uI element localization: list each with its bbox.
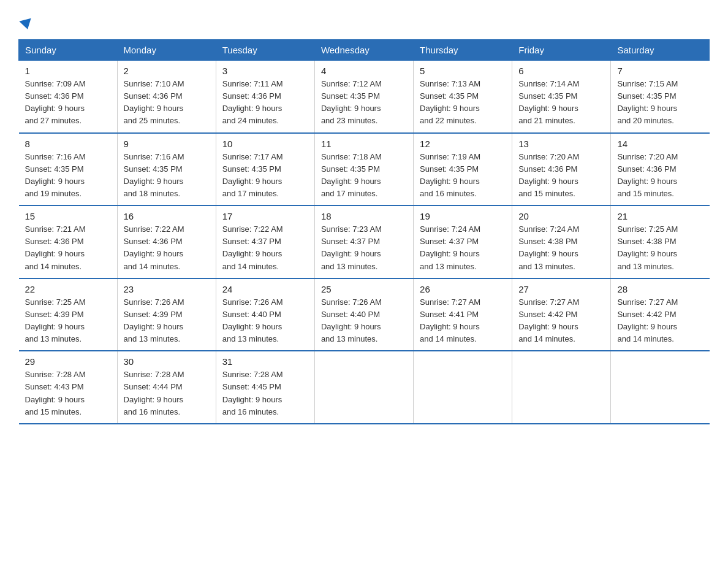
day-cell: 11 Sunrise: 7:18 AMSunset: 4:35 PMDaylig… [314, 133, 413, 206]
day-cell [611, 351, 710, 424]
logo [18, 12, 32, 29]
day-info: Sunrise: 7:18 AMSunset: 4:35 PMDaylight:… [321, 152, 382, 198]
day-cell: 5 Sunrise: 7:13 AMSunset: 4:35 PMDayligh… [414, 61, 512, 133]
day-cell: 18 Sunrise: 7:23 AMSunset: 4:37 PMDaylig… [314, 205, 413, 278]
day-cell: 23 Sunrise: 7:26 AMSunset: 4:39 PMDaylig… [117, 278, 216, 351]
day-cell: 31 Sunrise: 7:28 AMSunset: 4:45 PMDaylig… [216, 351, 314, 424]
week-row-1: 1 Sunrise: 7:09 AMSunset: 4:36 PMDayligh… [19, 61, 710, 133]
day-info: Sunrise: 7:24 AMSunset: 4:37 PMDaylight:… [420, 224, 480, 270]
day-number: 23 [124, 284, 210, 294]
day-cell: 12 Sunrise: 7:19 AMSunset: 4:35 PMDaylig… [414, 133, 512, 206]
day-number: 7 [617, 66, 703, 76]
day-info: Sunrise: 7:26 AMSunset: 4:39 PMDaylight:… [124, 297, 184, 343]
day-cell: 2 Sunrise: 7:10 AMSunset: 4:36 PMDayligh… [117, 61, 216, 133]
day-info: Sunrise: 7:16 AMSunset: 4:35 PMDaylight:… [25, 152, 86, 198]
calendar-table: SundayMondayTuesdayWednesdayThursdayFrid… [18, 39, 710, 424]
day-cell: 26 Sunrise: 7:27 AMSunset: 4:41 PMDaylig… [414, 278, 512, 351]
day-info: Sunrise: 7:24 AMSunset: 4:38 PMDaylight:… [518, 224, 579, 270]
day-number: 20 [518, 211, 604, 221]
day-info: Sunrise: 7:25 AMSunset: 4:38 PMDaylight:… [617, 224, 678, 270]
day-cell: 15 Sunrise: 7:21 AMSunset: 4:36 PMDaylig… [19, 205, 118, 278]
day-info: Sunrise: 7:12 AMSunset: 4:35 PMDaylight:… [321, 79, 382, 125]
day-info: Sunrise: 7:26 AMSunset: 4:40 PMDaylight:… [321, 297, 382, 343]
day-info: Sunrise: 7:20 AMSunset: 4:36 PMDaylight:… [617, 152, 678, 198]
day-number: 11 [321, 139, 407, 149]
day-cell: 10 Sunrise: 7:17 AMSunset: 4:35 PMDaylig… [216, 133, 314, 206]
day-number: 9 [124, 139, 210, 149]
week-row-3: 15 Sunrise: 7:21 AMSunset: 4:36 PMDaylig… [19, 205, 710, 278]
day-info: Sunrise: 7:28 AMSunset: 4:45 PMDaylight:… [222, 370, 283, 416]
day-cell: 25 Sunrise: 7:26 AMSunset: 4:40 PMDaylig… [314, 278, 413, 351]
day-cell: 1 Sunrise: 7:09 AMSunset: 4:36 PMDayligh… [19, 61, 118, 133]
day-info: Sunrise: 7:19 AMSunset: 4:35 PMDaylight:… [420, 152, 480, 198]
day-number: 13 [518, 139, 604, 149]
day-cell: 7 Sunrise: 7:15 AMSunset: 4:35 PMDayligh… [611, 61, 710, 133]
day-info: Sunrise: 7:16 AMSunset: 4:35 PMDaylight:… [124, 152, 184, 198]
day-number: 30 [124, 356, 210, 367]
day-number: 21 [617, 211, 703, 221]
day-cell: 19 Sunrise: 7:24 AMSunset: 4:37 PMDaylig… [414, 205, 512, 278]
day-header-tuesday: Tuesday [216, 40, 314, 61]
day-cell: 16 Sunrise: 7:22 AMSunset: 4:36 PMDaylig… [117, 205, 216, 278]
day-number: 25 [321, 284, 407, 294]
day-number: 14 [617, 139, 703, 149]
day-number: 6 [518, 66, 604, 76]
day-info: Sunrise: 7:25 AMSunset: 4:39 PMDaylight:… [25, 297, 86, 343]
day-header-friday: Friday [512, 40, 611, 61]
day-number: 1 [25, 66, 111, 76]
day-info: Sunrise: 7:26 AMSunset: 4:40 PMDaylight:… [222, 297, 283, 343]
day-cell [314, 351, 413, 424]
day-number: 27 [518, 284, 604, 294]
day-cell: 28 Sunrise: 7:27 AMSunset: 4:42 PMDaylig… [611, 278, 710, 351]
day-info: Sunrise: 7:14 AMSunset: 4:35 PMDaylight:… [518, 79, 579, 125]
day-number: 24 [222, 284, 308, 294]
day-number: 3 [222, 66, 308, 76]
day-info: Sunrise: 7:27 AMSunset: 4:41 PMDaylight:… [420, 297, 480, 343]
day-cell: 20 Sunrise: 7:24 AMSunset: 4:38 PMDaylig… [512, 205, 611, 278]
day-cell: 14 Sunrise: 7:20 AMSunset: 4:36 PMDaylig… [611, 133, 710, 206]
day-header-thursday: Thursday [414, 40, 512, 61]
day-info: Sunrise: 7:17 AMSunset: 4:35 PMDaylight:… [222, 152, 283, 198]
day-info: Sunrise: 7:22 AMSunset: 4:37 PMDaylight:… [222, 224, 283, 270]
day-header-wednesday: Wednesday [314, 40, 413, 61]
day-info: Sunrise: 7:20 AMSunset: 4:36 PMDaylight:… [518, 152, 579, 198]
week-row-2: 8 Sunrise: 7:16 AMSunset: 4:35 PMDayligh… [19, 133, 710, 206]
day-number: 28 [617, 284, 703, 294]
day-info: Sunrise: 7:13 AMSunset: 4:35 PMDaylight:… [420, 79, 480, 125]
day-number: 15 [25, 211, 111, 221]
day-header-sunday: Sunday [19, 40, 118, 61]
day-header-row: SundayMondayTuesdayWednesdayThursdayFrid… [19, 40, 710, 61]
day-cell: 21 Sunrise: 7:25 AMSunset: 4:38 PMDaylig… [611, 205, 710, 278]
day-number: 12 [420, 139, 506, 149]
day-number: 18 [321, 211, 407, 221]
day-header-saturday: Saturday [611, 40, 710, 61]
day-info: Sunrise: 7:28 AMSunset: 4:43 PMDaylight:… [25, 370, 86, 416]
day-number: 2 [124, 66, 210, 76]
day-info: Sunrise: 7:22 AMSunset: 4:36 PMDaylight:… [124, 224, 184, 270]
day-number: 4 [321, 66, 407, 76]
day-cell: 13 Sunrise: 7:20 AMSunset: 4:36 PMDaylig… [512, 133, 611, 206]
day-number: 29 [25, 356, 111, 367]
day-number: 22 [25, 284, 111, 294]
day-number: 19 [420, 211, 506, 221]
day-cell: 9 Sunrise: 7:16 AMSunset: 4:35 PMDayligh… [117, 133, 216, 206]
day-info: Sunrise: 7:09 AMSunset: 4:36 PMDaylight:… [25, 79, 86, 125]
day-cell [512, 351, 611, 424]
day-number: 8 [25, 139, 111, 149]
page-header [18, 12, 710, 29]
day-info: Sunrise: 7:23 AMSunset: 4:37 PMDaylight:… [321, 224, 382, 270]
day-cell: 22 Sunrise: 7:25 AMSunset: 4:39 PMDaylig… [19, 278, 118, 351]
day-number: 17 [222, 211, 308, 221]
day-info: Sunrise: 7:27 AMSunset: 4:42 PMDaylight:… [518, 297, 579, 343]
day-cell: 8 Sunrise: 7:16 AMSunset: 4:35 PMDayligh… [19, 133, 118, 206]
day-info: Sunrise: 7:21 AMSunset: 4:36 PMDaylight:… [25, 224, 86, 270]
day-info: Sunrise: 7:27 AMSunset: 4:42 PMDaylight:… [617, 297, 678, 343]
day-cell: 29 Sunrise: 7:28 AMSunset: 4:43 PMDaylig… [19, 351, 118, 424]
day-cell: 3 Sunrise: 7:11 AMSunset: 4:36 PMDayligh… [216, 61, 314, 133]
day-cell: 24 Sunrise: 7:26 AMSunset: 4:40 PMDaylig… [216, 278, 314, 351]
day-info: Sunrise: 7:28 AMSunset: 4:44 PMDaylight:… [124, 370, 184, 416]
day-info: Sunrise: 7:15 AMSunset: 4:35 PMDaylight:… [617, 79, 678, 125]
day-info: Sunrise: 7:10 AMSunset: 4:36 PMDaylight:… [124, 79, 184, 125]
day-header-monday: Monday [117, 40, 216, 61]
day-number: 10 [222, 139, 308, 149]
